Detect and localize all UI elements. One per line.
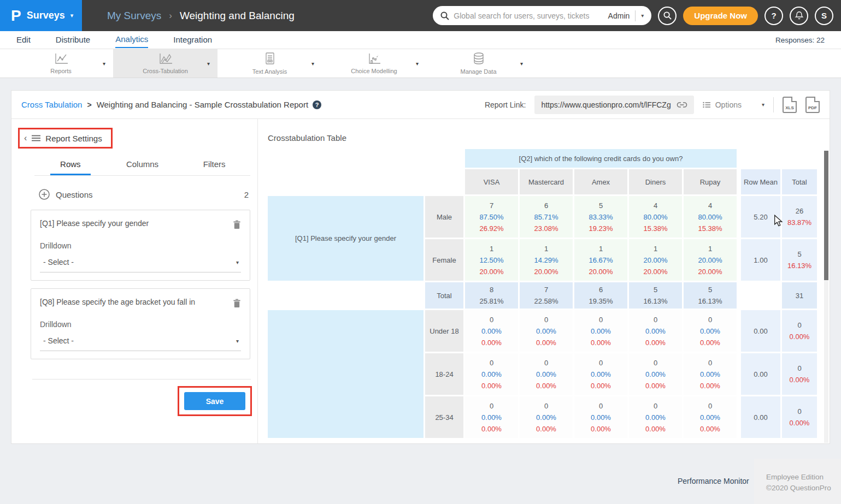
ct-corner — [268, 169, 463, 194]
chevron-down-icon: ▾ — [236, 259, 239, 265]
chevron-down-icon: ▾ — [70, 12, 74, 19]
crosstab-table: [Q2] which of the following credit cards… — [266, 147, 819, 440]
options-dropdown[interactable]: Options ▾ — [703, 100, 764, 109]
chevron-down-icon[interactable]: ▾ — [207, 61, 210, 67]
search-button[interactable] — [658, 7, 677, 25]
ct-blank — [741, 149, 780, 168]
tab-filters[interactable]: Filters — [178, 159, 250, 175]
report-link-url[interactable]: https://www.questionpro.com/t/lFFCZg — [534, 96, 693, 114]
topbar-actions: Admin ▾ Upgrade Now ? S — [433, 6, 841, 25]
mouse-cursor — [774, 215, 784, 227]
performance-monitor-link[interactable]: Performance Monitor — [678, 477, 749, 485]
upgrade-now-button[interactable]: Upgrade Now — [683, 7, 758, 25]
ct-row-label: 25-34 — [425, 396, 463, 438]
document-icon — [264, 52, 276, 66]
ct-column-header: VISA — [465, 169, 518, 194]
ct-spacer — [738, 149, 739, 168]
responses-count: Responses: 22 — [775, 36, 825, 44]
chevron-down-icon[interactable]: ▾ — [103, 61, 105, 67]
ct-spacer — [738, 239, 739, 281]
ct-data-cell: 480.00%15.38% — [629, 196, 682, 238]
chevron-down-icon[interactable]: ▾ — [311, 61, 314, 67]
export-xls-button[interactable]: XLS — [783, 97, 797, 113]
settings-tabs: Rows Columns Filters — [34, 159, 250, 176]
report-url-text: https://www.questionpro.com/t/lFFCZg — [541, 100, 671, 109]
ct-total-cell: 00.00% — [782, 310, 817, 352]
toolbar-item-text-analysis[interactable]: Text Analysis ▾ — [217, 49, 322, 78]
ct-question-header: [Q2] which of the following credit cards… — [465, 149, 737, 168]
export-pdf-button[interactable]: PDF — [805, 97, 820, 113]
add-question-icon[interactable] — [39, 189, 50, 200]
chevron-down-icon: ▾ — [236, 338, 239, 344]
ct-data-cell: 787.50%26.92% — [465, 196, 518, 238]
tab-integration[interactable]: Integration — [173, 32, 212, 48]
tab-distribute[interactable]: Distribute — [56, 32, 90, 48]
scrollbar-thumb[interactable] — [824, 151, 828, 280]
question-title: [Q1] Please specify your gender — [40, 219, 233, 228]
breadcrumb-cross-tabulation[interactable]: Cross Tabulation — [21, 100, 82, 109]
questions-count: 2 — [244, 190, 249, 199]
ct-data-cell: 00.00%0.00% — [629, 396, 682, 438]
ct-total-cell: 00.00% — [782, 396, 817, 438]
link-icon[interactable] — [677, 102, 687, 108]
edition-label: Employee Edition — [766, 472, 841, 483]
ct-group-label — [268, 310, 424, 438]
report-settings-button[interactable]: ‹ Report Settings — [20, 129, 111, 147]
divider — [635, 10, 636, 21]
annotation-box-report-settings: ‹ Report Settings — [18, 128, 113, 149]
ct-row-mean-cell: 0.00 — [741, 353, 780, 395]
save-button[interactable]: Save — [184, 392, 245, 410]
ct-data-cell: 00.00%0.00% — [520, 396, 573, 438]
ct-column-header: Mastercard — [520, 169, 573, 194]
ct-spacer — [738, 169, 739, 194]
tab-edit[interactable]: Edit — [16, 32, 31, 48]
ct-column-header: Diners — [629, 169, 682, 194]
help-button[interactable]: ? — [764, 7, 783, 25]
vertical-scrollbar[interactable] — [824, 151, 828, 443]
drilldown-select[interactable]: - Select - ▾ — [40, 258, 241, 272]
delete-icon[interactable] — [233, 299, 241, 308]
delete-icon[interactable] — [233, 220, 241, 229]
search-scope-label: Admin — [608, 11, 630, 20]
tab-rows[interactable]: Rows — [34, 159, 107, 175]
toolbar-item-label: Cross-Tabulation — [143, 68, 188, 74]
chevron-down-icon: ▾ — [762, 102, 764, 108]
search-scope-dropdown[interactable]: Admin ▾ — [608, 10, 644, 21]
ct-blank — [268, 282, 424, 309]
ct-column-header: Rupay — [684, 169, 737, 194]
ct-data-cell: 00.00%0.00% — [574, 353, 627, 395]
breadcrumb-my-surveys[interactable]: My Surveys — [107, 10, 161, 22]
crosstab-area: Crosstabulation Table [Q2] which of the … — [258, 119, 830, 443]
toolbar-item-cross-tabulation[interactable]: Cross-Tabulation ▾ — [113, 49, 217, 78]
toolbar-item-reports[interactable]: Reports ▾ — [9, 49, 113, 78]
analytics-toolbar: Reports ▾ Cross-Tabulation ▾ Text Analys… — [0, 49, 841, 78]
product-switcher[interactable]: P Surveys ▾ — [0, 0, 82, 31]
ct-data-cell: 00.00%0.00% — [684, 310, 737, 352]
help-icon[interactable]: ? — [313, 100, 321, 109]
questions-label: Questions — [56, 190, 93, 199]
search-icon — [663, 11, 672, 20]
tab-columns[interactable]: Columns — [107, 159, 179, 175]
ct-blank — [782, 149, 817, 168]
ct-spacer — [738, 282, 739, 309]
ct-spacer — [738, 353, 739, 395]
divider — [32, 379, 251, 380]
ct-spacer — [738, 396, 739, 438]
toolbar-item-choice-modelling[interactable]: Choice Modelling ▾ — [322, 49, 426, 78]
toolbar-item-label: Choice Modelling — [351, 68, 397, 74]
question-title: [Q8] Please specify the age bracket you … — [40, 298, 233, 306]
report-title: Weighting and Balancing - Sample Crossta… — [97, 100, 308, 109]
avatar[interactable]: S — [815, 7, 833, 25]
ct-data-cell: 825.81% — [465, 282, 518, 309]
area-chart-icon — [158, 52, 173, 66]
annotation-box-save: Save — [178, 386, 252, 416]
tab-analytics[interactable]: Analytics — [115, 32, 148, 48]
ct-data-cell: 583.33%19.23% — [574, 196, 627, 238]
notifications-button[interactable] — [790, 7, 808, 25]
chevron-down-icon[interactable]: ▾ — [520, 61, 523, 67]
chevron-down-icon[interactable]: ▾ — [416, 61, 419, 67]
ct-data-cell: 619.35% — [574, 282, 627, 309]
drilldown-select[interactable]: - Select - ▾ — [40, 336, 241, 351]
toolbar-item-manage-data[interactable]: Manage Data ▾ — [426, 49, 531, 78]
search-input[interactable] — [454, 11, 603, 20]
